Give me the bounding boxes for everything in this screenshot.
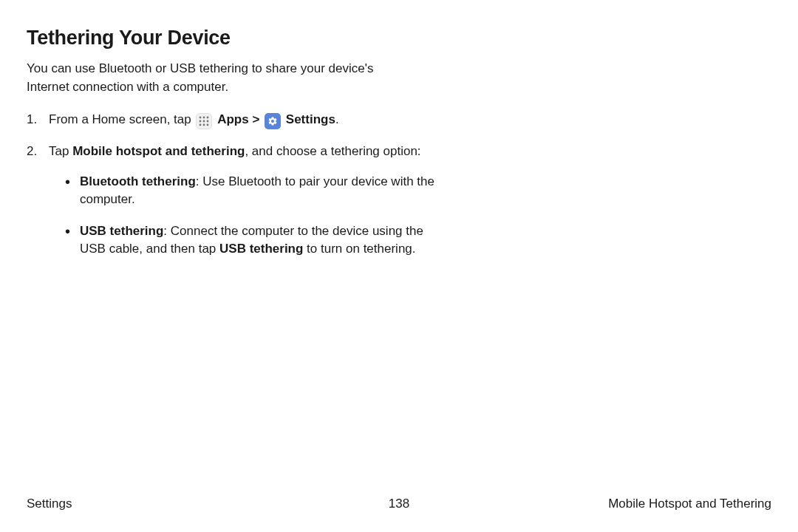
usb-part-2: to turn on tethering. [303,242,415,256]
usb-label-1: USB tethering [80,224,163,238]
usb-label-2: USB tethering [219,242,303,256]
step-2-rest: , and choose a tethering option: [245,144,420,158]
separator: > [249,112,263,126]
svg-point-5 [207,120,209,123]
step-1-prefix: From a Home screen, tap [49,112,194,126]
svg-point-2 [207,117,209,119]
svg-point-1 [203,117,205,119]
svg-point-0 [200,117,202,119]
settings-icon [265,113,281,129]
svg-point-6 [200,124,202,126]
footer-left: Settings [27,497,72,511]
option-bluetooth: Bluetooth tethering: Use Bluetooth to pa… [65,173,440,209]
intro-paragraph: You can use Bluetooth or USB tethering t… [27,60,418,96]
apps-icon [196,113,212,129]
svg-point-8 [207,124,209,126]
step-2: Tap Mobile hotspot and tethering, and ch… [27,143,440,259]
page-heading: Tethering Your Device [27,27,771,50]
tethering-options: Bluetooth tethering: Use Bluetooth to pa… [49,173,440,259]
svg-point-4 [203,120,205,123]
page-footer: Settings 138 Mobile Hotspot and Tetherin… [27,497,771,511]
svg-point-3 [200,120,202,123]
bluetooth-label: Bluetooth tethering [80,174,196,188]
footer-page-number: 138 [389,497,409,511]
apps-label: Apps [217,112,249,126]
settings-label: Settings [286,112,335,126]
step-1-suffix: . [335,112,339,126]
footer-right: Mobile Hotspot and Tethering [608,497,771,511]
instruction-list: From a Home screen, tap Apps > Settings.… [27,111,440,259]
step-2-bold: Mobile hotspot and tethering [72,144,245,158]
option-usb: USB tethering: Connect the computer to t… [65,222,440,259]
step-2-prefix: Tap [49,144,72,158]
step-1: From a Home screen, tap Apps > Settings. [27,111,440,129]
svg-point-7 [203,124,205,126]
